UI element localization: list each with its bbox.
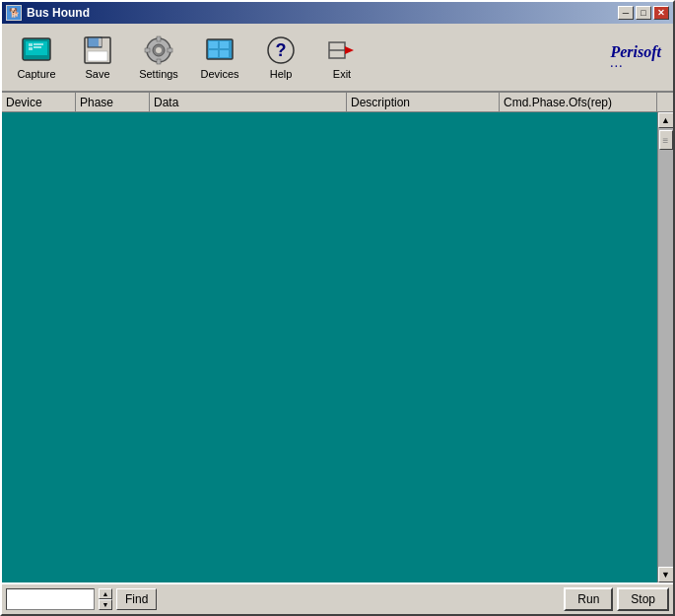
scroll-thumb[interactable] [659, 130, 673, 150]
main-area: ▲ ▼ [2, 112, 673, 582]
close-button[interactable]: ✕ [653, 6, 669, 20]
capture-icon [21, 34, 52, 66]
spin-down-button[interactable]: ▼ [99, 599, 112, 610]
app-icon: 🐕 [6, 5, 22, 21]
svg-rect-5 [29, 47, 33, 50]
find-button[interactable]: Find [116, 588, 157, 610]
svg-rect-15 [145, 48, 150, 52]
window-controls: ─ □ ✕ [618, 6, 669, 20]
scroll-track[interactable] [658, 128, 674, 567]
devices-icon [204, 34, 236, 66]
spin-up-button[interactable]: ▲ [99, 588, 112, 599]
svg-rect-20 [209, 50, 218, 57]
settings-button[interactable]: Settings [130, 29, 187, 86]
settings-icon [143, 34, 174, 66]
col-header-data: Data [150, 93, 347, 111]
svg-rect-8 [99, 38, 101, 46]
exit-label: Exit [333, 68, 351, 80]
stop-button[interactable]: Stop [617, 587, 669, 611]
title-bar-left: 🐕 Bus Hound [6, 5, 90, 21]
save-label: Save [85, 68, 109, 80]
perisoft-logo: Perisoft ··· [610, 43, 661, 72]
perisoft-name: Perisoft [610, 43, 661, 61]
svg-rect-3 [34, 43, 43, 45]
svg-rect-14 [157, 59, 161, 64]
window-title: Bus Hound [27, 6, 90, 20]
data-area [2, 112, 657, 582]
help-button[interactable]: ? Help [252, 29, 309, 86]
svg-text:?: ? [276, 40, 287, 60]
scroll-up-arrow[interactable]: ▲ [658, 112, 674, 128]
main-window: 🐕 Bus Hound ─ □ ✕ Capture [0, 0, 675, 616]
scroll-down-arrow[interactable]: ▼ [658, 567, 674, 582]
col-scroll-spacer [657, 93, 673, 111]
help-icon: ? [265, 34, 297, 66]
col-header-cmd: Cmd.Phase.Ofs(rep) [500, 93, 657, 111]
capture-button[interactable]: Capture [8, 29, 65, 86]
svg-point-12 [156, 47, 162, 53]
maximize-button[interactable]: □ [636, 6, 651, 20]
col-header-phase: Phase [76, 93, 150, 111]
save-icon [82, 34, 113, 66]
bottom-bar: ▲ ▼ Find Run Stop [2, 582, 673, 614]
svg-rect-2 [29, 43, 33, 46]
svg-rect-4 [34, 46, 41, 48]
toolbar: Capture Save [2, 24, 673, 93]
exit-button[interactable]: Exit [313, 29, 371, 86]
svg-rect-16 [168, 48, 172, 52]
minimize-button[interactable]: ─ [618, 6, 634, 20]
svg-rect-21 [220, 50, 229, 57]
svg-rect-9 [88, 51, 107, 61]
svg-rect-18 [209, 41, 218, 48]
col-header-device: Device [2, 93, 76, 111]
col-header-description: Description [347, 93, 500, 111]
spin-control[interactable]: ▲ ▼ [99, 588, 112, 610]
svg-rect-13 [157, 36, 161, 41]
exit-icon [326, 34, 358, 66]
help-label: Help [270, 68, 293, 80]
perisoft-dots: ··· [610, 61, 661, 72]
devices-label: Devices [200, 68, 238, 80]
column-headers: Device Phase Data Description Cmd.Phase.… [2, 93, 673, 112]
capture-label: Capture [17, 68, 55, 80]
settings-label: Settings [139, 68, 178, 80]
svg-rect-19 [220, 41, 229, 48]
title-bar: 🐕 Bus Hound ─ □ ✕ [2, 2, 673, 24]
vertical-scrollbar[interactable]: ▲ ▼ [657, 112, 673, 582]
svg-marker-25 [345, 46, 354, 54]
search-input[interactable] [6, 588, 95, 610]
run-button[interactable]: Run [564, 587, 613, 611]
save-button[interactable]: Save [69, 29, 126, 86]
devices-button[interactable]: Devices [191, 29, 248, 86]
